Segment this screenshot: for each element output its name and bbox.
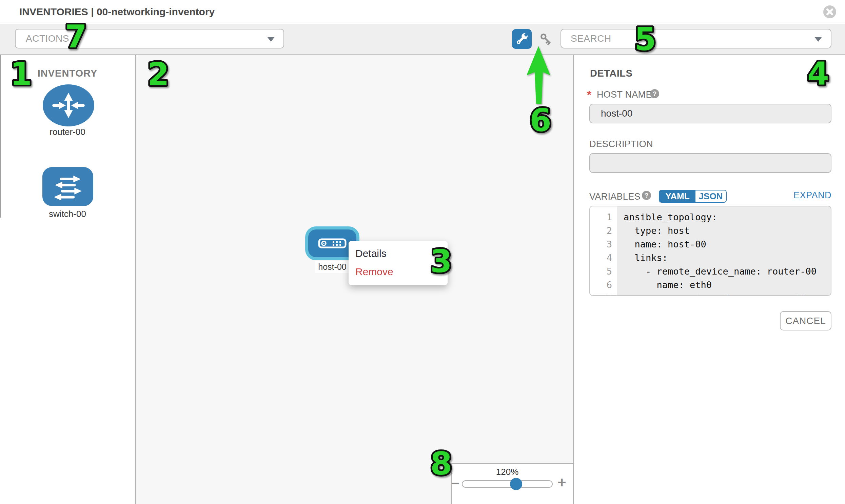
- code-line: name: eth0: [623, 278, 831, 292]
- zoom-slider-track[interactable]: [462, 480, 553, 488]
- router-icon: [49, 89, 88, 122]
- toggle-toolbox-button[interactable]: [512, 29, 532, 49]
- chevron-down-icon: [267, 37, 275, 42]
- code-line: links:: [623, 251, 831, 265]
- line-number: 1: [590, 211, 617, 224]
- close-button[interactable]: [823, 5, 836, 18]
- context-menu-item-details[interactable]: Details: [349, 245, 447, 263]
- actions-dropdown-label: ACTIONS: [26, 33, 69, 44]
- code-content[interactable]: ansible_topology: type: host name: host-…: [617, 206, 831, 295]
- variables-code-editor[interactable]: 1 2 3 4 5 6 7 ansible_topology: type: ho…: [589, 206, 831, 296]
- code-line: remote_interface_name: eth0: [623, 292, 831, 296]
- line-number: 3: [590, 238, 617, 251]
- line-number: 7: [590, 292, 617, 296]
- chevron-down-icon: [814, 37, 822, 42]
- search-dropdown[interactable]: SEARCH: [561, 29, 831, 49]
- actions-dropdown[interactable]: ACTIONS: [15, 29, 284, 49]
- palette-item-label: router-00: [0, 127, 135, 137]
- context-menu-item-remove[interactable]: Remove: [349, 263, 447, 281]
- line-number: 6: [590, 278, 617, 292]
- tab-json[interactable]: JSON: [696, 191, 726, 202]
- host-node-label: host-00: [315, 260, 350, 273]
- details-panel-title: DETAILS: [590, 68, 632, 79]
- key-icon: [538, 31, 555, 48]
- code-line: ansible_topology:: [623, 211, 831, 224]
- description-label: DESCRIPTION: [589, 139, 653, 149]
- host-name-input[interactable]: [589, 104, 831, 123]
- switch-icon: [48, 172, 87, 202]
- zoom-level-value: 120%: [483, 467, 531, 477]
- zoom-in-button[interactable]: +: [558, 476, 566, 489]
- close-icon: [823, 5, 836, 18]
- wrench-icon: [513, 30, 531, 48]
- palette-item-switch[interactable]: [42, 167, 93, 206]
- expand-link[interactable]: EXPAND: [793, 190, 831, 201]
- tab-yaml[interactable]: YAML: [659, 191, 696, 202]
- key-button[interactable]: [537, 31, 556, 48]
- zoom-out-button[interactable]: −: [451, 476, 460, 490]
- help-icon[interactable]: [650, 89, 659, 98]
- required-marker: *: [587, 88, 592, 101]
- node-context-menu: Details Remove: [349, 241, 447, 285]
- line-number: 4: [590, 251, 617, 265]
- code-line: name: host-00: [623, 238, 831, 251]
- help-icon[interactable]: [642, 191, 651, 200]
- sidebar-title: INVENTORY: [0, 68, 135, 79]
- search-dropdown-label: SEARCH: [571, 33, 611, 44]
- code-line: - remote_device_name: router-00: [623, 265, 831, 278]
- description-input[interactable]: [589, 153, 831, 173]
- cancel-button[interactable]: CANCEL: [780, 311, 831, 330]
- code-line: type: host: [623, 224, 831, 238]
- variables-format-toggle: YAML JSON: [659, 190, 727, 203]
- host-name-label: HOST NAME: [597, 89, 652, 100]
- palette-item-label: switch-00: [0, 209, 135, 219]
- host-icon: [318, 238, 347, 249]
- code-gutter: 1 2 3 4 5 6 7: [590, 206, 617, 295]
- page-title: INVENTORIES | 00-networking-inventory: [19, 6, 215, 18]
- variables-label: VARIABLES: [589, 192, 640, 202]
- line-number: 2: [590, 224, 617, 238]
- palette-item-router[interactable]: [43, 84, 94, 126]
- zoom-slider-knob[interactable]: [510, 478, 522, 490]
- line-number: 5: [590, 265, 617, 278]
